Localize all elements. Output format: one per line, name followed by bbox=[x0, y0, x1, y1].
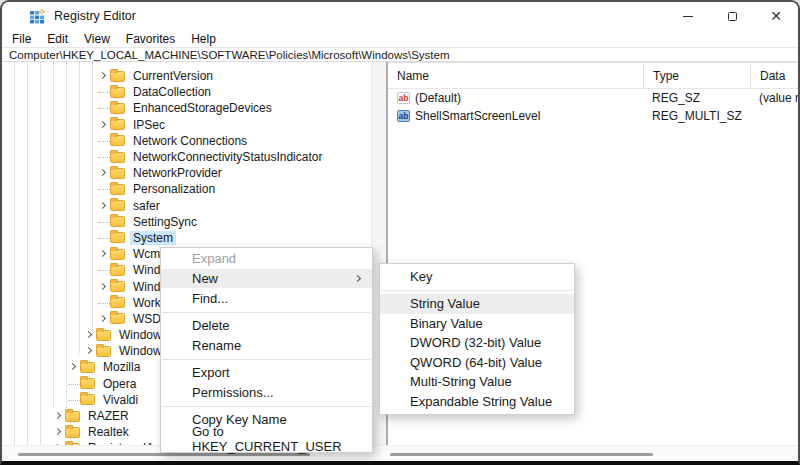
folder-icon bbox=[110, 281, 125, 292]
new-submenu-item-string-value[interactable]: String Value bbox=[380, 294, 574, 314]
column-header-name[interactable]: Name bbox=[388, 63, 643, 89]
folder-icon bbox=[96, 346, 111, 357]
menubar-item-edit[interactable]: Edit bbox=[39, 32, 76, 46]
multi-string-value-icon: ab bbox=[397, 110, 410, 122]
values-horizontal-scrollbar[interactable] bbox=[390, 453, 653, 456]
new-submenu-item-label: QWORD (64-bit) Value bbox=[410, 355, 542, 370]
tree-item-label: Personalization bbox=[130, 182, 218, 196]
folder-icon bbox=[110, 313, 125, 324]
new-submenu-item-qword-64-bit-value[interactable]: QWORD (64-bit) Value bbox=[380, 353, 574, 373]
expand-chevron-icon[interactable] bbox=[98, 281, 110, 293]
new-submenu-item-dword-32-bit-value[interactable]: DWORD (32-bit) Value bbox=[380, 333, 574, 353]
value-row-default[interactable]: ab(Default)REG_SZ(value not set) bbox=[388, 89, 798, 107]
tree-item-safer[interactable]: safer bbox=[2, 198, 371, 214]
folder-icon bbox=[110, 265, 125, 276]
tree-item-enhancedstoragedevices[interactable]: EnhancedStorageDevices bbox=[2, 100, 371, 116]
tree-item-datacollection[interactable]: DataCollection bbox=[2, 84, 371, 100]
string-value-icon: ab bbox=[397, 92, 410, 104]
window-controls: ✕ bbox=[666, 2, 798, 30]
folder-icon bbox=[110, 184, 125, 195]
tree-item-system[interactable]: System bbox=[2, 230, 371, 246]
chevron-right-icon bbox=[54, 428, 61, 435]
expand-chevron-icon[interactable] bbox=[98, 200, 110, 212]
tree-item-networkconnectivitystatusindicator[interactable]: NetworkConnectivityStatusIndicator bbox=[2, 149, 371, 165]
new-submenu-item-label: Expandable String Value bbox=[410, 394, 552, 409]
tree-item-label: Opera bbox=[100, 377, 139, 391]
titlebar: Registry Editor ✕ bbox=[2, 2, 798, 30]
menubar-item-view[interactable]: View bbox=[76, 32, 118, 46]
folder-icon bbox=[96, 330, 111, 341]
context-menu-item-label: New bbox=[192, 271, 218, 286]
expand-chevron-icon[interactable] bbox=[84, 329, 96, 341]
folder-icon bbox=[80, 378, 95, 389]
value-name: (Default) bbox=[415, 91, 461, 105]
expand-chevron-icon[interactable] bbox=[53, 426, 65, 438]
tree-item-label: RAZER bbox=[85, 409, 132, 423]
submenu-arrow-icon bbox=[354, 274, 361, 281]
expand-chevron-icon[interactable] bbox=[84, 345, 96, 357]
context-menu-item-go-to-hkey-current-user[interactable]: Go to HKEY_CURRENT_USER bbox=[161, 429, 372, 449]
context-menu-item-expand: Expand bbox=[161, 249, 372, 269]
context-menu-item-label: Go to HKEY_CURRENT_USER bbox=[192, 424, 362, 454]
new-submenu: KeyString ValueBinary ValueDWORD (32-bit… bbox=[379, 263, 575, 415]
value-row-shellsmartscreenlevel[interactable]: abShellSmartScreenLevelREG_MULTI_SZ bbox=[388, 107, 798, 125]
new-submenu-item-key[interactable]: Key bbox=[380, 267, 574, 287]
context-menu-item-new[interactable]: New bbox=[161, 269, 372, 289]
expand-chevron-icon[interactable] bbox=[98, 248, 110, 260]
close-icon: ✕ bbox=[770, 9, 782, 23]
tree-item-currentversion[interactable]: CurrentVersion bbox=[2, 68, 371, 84]
maximize-icon bbox=[728, 12, 737, 21]
tree-connector-line bbox=[98, 157, 110, 158]
expand-chevron-icon[interactable] bbox=[98, 70, 110, 82]
tree-item-networkprovider[interactable]: NetworkProvider bbox=[2, 165, 371, 181]
new-submenu-item-label: Multi-String Value bbox=[410, 374, 512, 389]
tree-connector-line bbox=[98, 238, 110, 239]
context-menu-item-rename[interactable]: Rename bbox=[161, 335, 372, 355]
minimize-button[interactable] bbox=[666, 2, 710, 30]
menubar-item-file[interactable]: File bbox=[4, 32, 39, 46]
column-header-type[interactable]: Type bbox=[643, 63, 750, 89]
maximize-button[interactable] bbox=[710, 2, 754, 30]
chevron-right-icon bbox=[99, 202, 106, 209]
chevron-right-icon bbox=[99, 169, 106, 176]
expand-chevron-icon[interactable] bbox=[98, 167, 110, 179]
expand-chevron-icon[interactable] bbox=[98, 313, 110, 325]
context-menu-item-find[interactable]: Find... bbox=[161, 288, 372, 308]
folder-icon bbox=[110, 135, 125, 146]
folder-icon bbox=[110, 168, 125, 179]
new-submenu-item-multi-string-value[interactable]: Multi-String Value bbox=[380, 372, 574, 392]
expand-chevron-icon[interactable] bbox=[53, 410, 65, 422]
expand-chevron-icon[interactable] bbox=[68, 361, 80, 373]
folder-icon bbox=[110, 200, 125, 211]
tree-connector-line bbox=[98, 108, 110, 109]
context-menu-item-label: Delete bbox=[192, 318, 230, 333]
tree-connector-line bbox=[98, 303, 110, 304]
tree-item-ipsec[interactable]: IPSec bbox=[2, 117, 371, 133]
registry-editor-window: Registry Editor ✕ FileEditViewFavoritesH… bbox=[0, 0, 800, 465]
tree-item-network-connections[interactable]: Network Connections bbox=[2, 133, 371, 149]
tree-item-settingsync[interactable]: SettingSync bbox=[2, 214, 371, 230]
new-submenu-item-binary-value[interactable]: Binary Value bbox=[380, 314, 574, 334]
context-menu: ExpandNewFind...DeleteRenameExportPermis… bbox=[160, 247, 373, 453]
folder-icon bbox=[80, 394, 95, 405]
menubar-item-help[interactable]: Help bbox=[183, 32, 224, 46]
context-menu-item-permissions[interactable]: Permissions... bbox=[161, 382, 372, 402]
tree-item-label: DataCollection bbox=[130, 85, 214, 99]
new-submenu-item-label: String Value bbox=[410, 296, 480, 311]
folder-icon bbox=[110, 216, 125, 227]
tree-item-label: Realtek bbox=[85, 425, 132, 439]
tree-item-label: Vivaldi bbox=[100, 393, 141, 407]
folder-icon bbox=[110, 87, 125, 98]
context-menu-item-export[interactable]: Export bbox=[161, 363, 372, 383]
value-name-cell: ab(Default) bbox=[388, 89, 643, 107]
chevron-right-icon bbox=[85, 347, 92, 354]
address-bar[interactable]: Computer\HKEY_LOCAL_MACHINE\SOFTWARE\Pol… bbox=[2, 47, 798, 62]
context-menu-item-delete[interactable]: Delete bbox=[161, 316, 372, 336]
new-submenu-item-expandable-string-value[interactable]: Expandable String Value bbox=[380, 392, 574, 412]
chevron-right-icon bbox=[54, 412, 61, 419]
menubar-item-favorites[interactable]: Favorites bbox=[118, 32, 183, 46]
tree-item-personalization[interactable]: Personalization bbox=[2, 181, 371, 197]
expand-chevron-icon[interactable] bbox=[98, 119, 110, 131]
column-header-data[interactable]: Data bbox=[750, 63, 798, 89]
close-button[interactable]: ✕ bbox=[754, 2, 798, 30]
